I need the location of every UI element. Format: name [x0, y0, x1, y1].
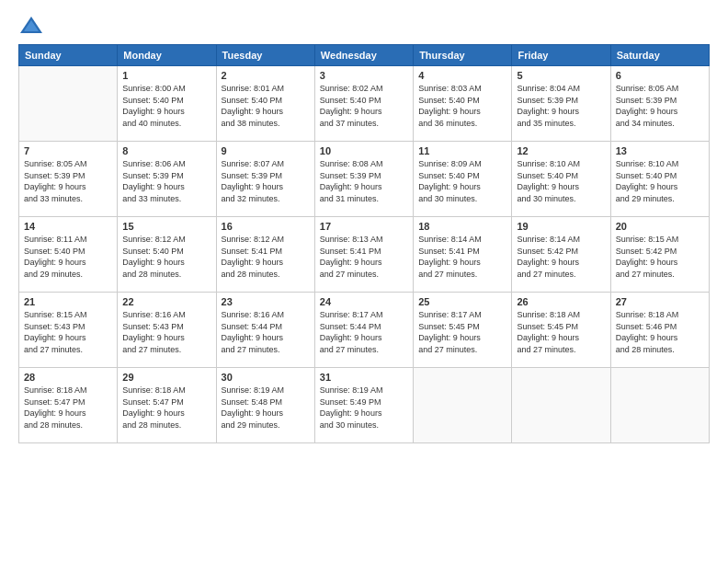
day-info: Sunrise: 8:04 AM Sunset: 5:39 PM Dayligh… — [517, 83, 605, 129]
calendar-cell: 21Sunrise: 8:15 AM Sunset: 5:43 PM Dayli… — [19, 293, 118, 368]
weekday-header-row: SundayMondayTuesdayWednesdayThursdayFrid… — [19, 45, 710, 66]
day-info: Sunrise: 8:01 AM Sunset: 5:40 PM Dayligh… — [222, 83, 310, 129]
calendar-cell: 13Sunrise: 8:10 AM Sunset: 5:40 PM Dayli… — [610, 142, 709, 217]
day-number: 30 — [222, 372, 310, 383]
calendar-cell: 7Sunrise: 8:05 AM Sunset: 5:39 PM Daylig… — [19, 142, 118, 217]
calendar-cell — [610, 368, 709, 443]
day-number: 23 — [222, 296, 310, 307]
day-info: Sunrise: 8:14 AM Sunset: 5:41 PM Dayligh… — [418, 234, 506, 280]
day-number: 20 — [616, 221, 704, 232]
day-info: Sunrise: 8:18 AM Sunset: 5:47 PM Dayligh… — [24, 385, 112, 431]
logo — [18, 15, 48, 37]
calendar-cell: 1Sunrise: 8:00 AM Sunset: 5:40 PM Daylig… — [118, 66, 216, 142]
calendar-cell: 23Sunrise: 8:16 AM Sunset: 5:44 PM Dayli… — [216, 293, 314, 368]
day-number: 28 — [24, 372, 112, 383]
calendar-cell — [414, 368, 512, 443]
calendar-cell: 20Sunrise: 8:15 AM Sunset: 5:42 PM Dayli… — [610, 217, 709, 293]
day-info: Sunrise: 8:10 AM Sunset: 5:40 PM Dayligh… — [517, 158, 605, 204]
day-info: Sunrise: 8:16 AM Sunset: 5:43 PM Dayligh… — [122, 309, 210, 355]
calendar-cell: 25Sunrise: 8:17 AM Sunset: 5:45 PM Dayli… — [414, 293, 512, 368]
week-row-3: 21Sunrise: 8:15 AM Sunset: 5:43 PM Dayli… — [19, 293, 710, 368]
day-info: Sunrise: 8:02 AM Sunset: 5:40 PM Dayligh… — [320, 83, 408, 129]
day-info: Sunrise: 8:10 AM Sunset: 5:40 PM Dayligh… — [616, 158, 704, 204]
day-info: Sunrise: 8:09 AM Sunset: 5:40 PM Dayligh… — [418, 158, 506, 204]
calendar-cell: 4Sunrise: 8:03 AM Sunset: 5:40 PM Daylig… — [414, 66, 512, 142]
calendar-cell: 15Sunrise: 8:12 AM Sunset: 5:40 PM Dayli… — [118, 217, 216, 293]
day-info: Sunrise: 8:13 AM Sunset: 5:41 PM Dayligh… — [320, 234, 408, 280]
header — [18, 15, 710, 37]
day-number: 24 — [320, 296, 408, 307]
day-info: Sunrise: 8:06 AM Sunset: 5:39 PM Dayligh… — [122, 158, 210, 204]
logo-icon — [18, 15, 44, 37]
day-number: 13 — [616, 145, 704, 156]
weekday-thursday: Thursday — [414, 45, 512, 66]
day-number: 26 — [517, 296, 605, 307]
calendar: SundayMondayTuesdayWednesdayThursdayFrid… — [18, 44, 710, 443]
day-info: Sunrise: 8:19 AM Sunset: 5:49 PM Dayligh… — [320, 385, 408, 431]
calendar-cell: 5Sunrise: 8:04 AM Sunset: 5:39 PM Daylig… — [512, 66, 610, 142]
day-number: 21 — [24, 296, 112, 307]
day-number: 8 — [122, 145, 210, 156]
day-number: 5 — [517, 70, 605, 81]
day-number: 31 — [320, 372, 408, 383]
day-info: Sunrise: 8:12 AM Sunset: 5:40 PM Dayligh… — [122, 234, 210, 280]
day-number: 15 — [122, 221, 210, 232]
calendar-cell: 2Sunrise: 8:01 AM Sunset: 5:40 PM Daylig… — [216, 66, 314, 142]
calendar-cell — [512, 368, 610, 443]
calendar-cell: 28Sunrise: 8:18 AM Sunset: 5:47 PM Dayli… — [19, 368, 118, 443]
day-info: Sunrise: 8:03 AM Sunset: 5:40 PM Dayligh… — [418, 83, 506, 129]
weekday-sunday: Sunday — [19, 45, 118, 66]
calendar-cell: 11Sunrise: 8:09 AM Sunset: 5:40 PM Dayli… — [414, 142, 512, 217]
day-info: Sunrise: 8:05 AM Sunset: 5:39 PM Dayligh… — [24, 158, 112, 204]
calendar-cell: 16Sunrise: 8:12 AM Sunset: 5:41 PM Dayli… — [216, 217, 314, 293]
day-info: Sunrise: 8:00 AM Sunset: 5:40 PM Dayligh… — [122, 83, 210, 129]
weekday-saturday: Saturday — [610, 45, 709, 66]
day-number: 2 — [222, 70, 310, 81]
calendar-cell: 29Sunrise: 8:18 AM Sunset: 5:47 PM Dayli… — [118, 368, 216, 443]
day-number: 19 — [517, 221, 605, 232]
day-info: Sunrise: 8:18 AM Sunset: 5:45 PM Dayligh… — [517, 309, 605, 355]
calendar-cell: 12Sunrise: 8:10 AM Sunset: 5:40 PM Dayli… — [512, 142, 610, 217]
calendar-cell: 9Sunrise: 8:07 AM Sunset: 5:39 PM Daylig… — [216, 142, 314, 217]
calendar-cell: 31Sunrise: 8:19 AM Sunset: 5:49 PM Dayli… — [314, 368, 413, 443]
day-number: 25 — [418, 296, 506, 307]
calendar-cell: 18Sunrise: 8:14 AM Sunset: 5:41 PM Dayli… — [414, 217, 512, 293]
weekday-friday: Friday — [512, 45, 610, 66]
day-info: Sunrise: 8:05 AM Sunset: 5:39 PM Dayligh… — [616, 83, 704, 129]
day-number: 6 — [616, 70, 704, 81]
weekday-monday: Monday — [118, 45, 216, 66]
day-info: Sunrise: 8:14 AM Sunset: 5:42 PM Dayligh… — [517, 234, 605, 280]
calendar-cell: 27Sunrise: 8:18 AM Sunset: 5:46 PM Dayli… — [610, 293, 709, 368]
day-number: 14 — [24, 221, 112, 232]
day-info: Sunrise: 8:12 AM Sunset: 5:41 PM Dayligh… — [222, 234, 310, 280]
week-row-4: 28Sunrise: 8:18 AM Sunset: 5:47 PM Dayli… — [19, 368, 710, 443]
calendar-cell — [19, 66, 118, 142]
calendar-cell: 3Sunrise: 8:02 AM Sunset: 5:40 PM Daylig… — [314, 66, 413, 142]
calendar-cell: 8Sunrise: 8:06 AM Sunset: 5:39 PM Daylig… — [118, 142, 216, 217]
day-info: Sunrise: 8:07 AM Sunset: 5:39 PM Dayligh… — [222, 158, 310, 204]
day-number: 7 — [24, 145, 112, 156]
day-info: Sunrise: 8:16 AM Sunset: 5:44 PM Dayligh… — [222, 309, 310, 355]
weekday-wednesday: Wednesday — [314, 45, 413, 66]
day-info: Sunrise: 8:15 AM Sunset: 5:43 PM Dayligh… — [24, 309, 112, 355]
day-number: 22 — [122, 296, 210, 307]
day-number: 3 — [320, 70, 408, 81]
page: SundayMondayTuesdayWednesdayThursdayFrid… — [0, 0, 728, 563]
calendar-cell: 26Sunrise: 8:18 AM Sunset: 5:45 PM Dayli… — [512, 293, 610, 368]
day-number: 16 — [222, 221, 310, 232]
calendar-cell: 14Sunrise: 8:11 AM Sunset: 5:40 PM Dayli… — [19, 217, 118, 293]
calendar-cell: 6Sunrise: 8:05 AM Sunset: 5:39 PM Daylig… — [610, 66, 709, 142]
day-number: 12 — [517, 145, 605, 156]
day-info: Sunrise: 8:17 AM Sunset: 5:44 PM Dayligh… — [320, 309, 408, 355]
week-row-1: 7Sunrise: 8:05 AM Sunset: 5:39 PM Daylig… — [19, 142, 710, 217]
day-number: 18 — [418, 221, 506, 232]
day-info: Sunrise: 8:08 AM Sunset: 5:39 PM Dayligh… — [320, 158, 408, 204]
day-info: Sunrise: 8:19 AM Sunset: 5:48 PM Dayligh… — [222, 385, 310, 431]
calendar-cell: 30Sunrise: 8:19 AM Sunset: 5:48 PM Dayli… — [216, 368, 314, 443]
day-number: 11 — [418, 145, 506, 156]
week-row-0: 1Sunrise: 8:00 AM Sunset: 5:40 PM Daylig… — [19, 66, 710, 142]
calendar-cell: 10Sunrise: 8:08 AM Sunset: 5:39 PM Dayli… — [314, 142, 413, 217]
day-number: 1 — [122, 70, 210, 81]
day-info: Sunrise: 8:18 AM Sunset: 5:46 PM Dayligh… — [616, 309, 704, 355]
day-number: 29 — [122, 372, 210, 383]
